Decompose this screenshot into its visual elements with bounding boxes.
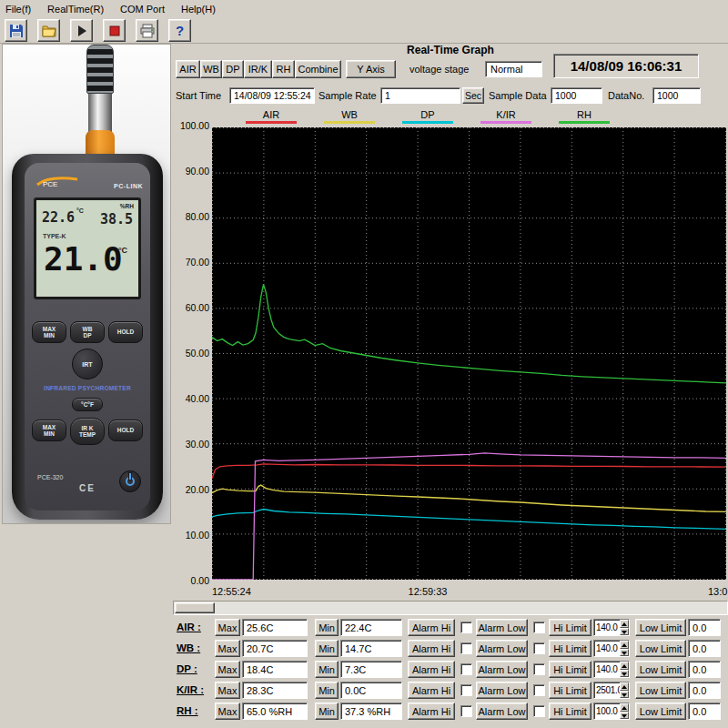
pce-logo: PCE: [35, 174, 79, 188]
legend-item-air: AIR: [246, 109, 297, 124]
spinner-down-icon[interactable]: [620, 691, 629, 699]
voltage-stage-field[interactable]: Normal: [485, 61, 542, 77]
start-button[interactable]: [70, 19, 93, 42]
spinner-up-icon[interactable]: [620, 662, 629, 670]
device-lcd: 22.6 °C %RH 38.5 TYPE-K 21.0 °C: [34, 197, 141, 299]
channel-label: RH :: [177, 705, 198, 716]
channel-button-rh[interactable]: RH: [272, 60, 295, 78]
min-value-field[interactable]: 14.7C: [340, 640, 402, 657]
sample-rate-unit-button[interactable]: Sec: [462, 87, 484, 104]
sample-data-field[interactable]: 1000: [551, 87, 602, 104]
hi-limit-value: 100.0: [596, 706, 618, 716]
legend-color-bar: [480, 121, 531, 124]
alarm-low-checkbox[interactable]: [533, 622, 545, 633]
max-value-field[interactable]: 25.6C: [242, 619, 308, 636]
max-label: Max: [215, 661, 240, 678]
spinner-up-icon[interactable]: [620, 682, 629, 691]
device-model-label: PCE-320: [37, 474, 63, 480]
menu-realtime[interactable]: RealTime(R): [47, 4, 104, 15]
alarm-low-checkbox[interactable]: [533, 642, 545, 654]
spinner-arrows[interactable]: [620, 662, 629, 677]
spinner-up-icon[interactable]: [620, 703, 629, 712]
spinner-down-icon[interactable]: [620, 649, 629, 657]
horizontal-scrollbar[interactable]: [173, 601, 728, 615]
alarm-hi-checkbox[interactable]: [460, 622, 472, 633]
sample-rate-field[interactable]: 1: [380, 87, 460, 104]
print-button[interactable]: [136, 19, 158, 42]
channel-label: AIR :: [177, 622, 201, 632]
channel-button-irk[interactable]: IR/K: [244, 60, 272, 78]
alarm-hi-label: Alarm Hi: [408, 661, 455, 678]
lcd-humidity-value: 38.5: [100, 211, 133, 228]
chart-legend: AIR WB DP K/IR RH: [246, 109, 610, 124]
max-label: Max: [215, 682, 240, 699]
menu-help[interactable]: Help(H): [181, 4, 216, 15]
legend-color-bar: [559, 121, 610, 124]
alarm-hi-checkbox[interactable]: [460, 642, 472, 654]
hi-limit-label: Hi Limit: [549, 703, 592, 720]
spinner-up-icon[interactable]: [620, 620, 629, 628]
data-no-field[interactable]: 1000: [652, 87, 701, 104]
y-axis-button[interactable]: Y Axis: [346, 60, 396, 78]
menu-file[interactable]: File(f): [5, 4, 31, 15]
hi-limit-spinner[interactable]: 100.0: [593, 703, 630, 720]
play-icon: [75, 24, 89, 38]
spinner-arrows[interactable]: [620, 682, 629, 698]
alarm-hi-checkbox[interactable]: [460, 663, 472, 675]
menu-com-port[interactable]: COM Port: [120, 4, 165, 15]
min-value-field[interactable]: 22.4C: [340, 619, 402, 636]
channel-button-combine[interactable]: Combine: [295, 60, 341, 78]
min-value-field[interactable]: 0.0C: [340, 682, 402, 699]
alarm-low-checkbox[interactable]: [533, 684, 545, 696]
hi-limit-spinner[interactable]: 140.0: [593, 619, 630, 636]
alarm-low-checkbox[interactable]: [533, 705, 545, 717]
spinner-down-icon[interactable]: [620, 712, 629, 720]
hi-limit-spinner[interactable]: 2501.0: [593, 682, 630, 699]
scrollbar-thumb[interactable]: [175, 602, 215, 613]
max-label: Max: [215, 703, 240, 720]
spinner-arrows[interactable]: [620, 703, 629, 719]
min-value-field[interactable]: 37.3 %RH: [340, 703, 402, 720]
save-button[interactable]: [5, 19, 27, 42]
spinner-down-icon[interactable]: [620, 670, 629, 678]
low-limit-field[interactable]: 0.0: [688, 703, 721, 720]
spinner-up-icon[interactable]: [620, 641, 629, 649]
hi-limit-spinner[interactable]: 140.0: [593, 661, 630, 678]
help-button[interactable]: ?: [168, 19, 191, 42]
hi-limit-spinner[interactable]: 140.0: [593, 640, 630, 657]
open-button[interactable]: [37, 19, 60, 42]
min-value-field[interactable]: 7.3C: [340, 661, 402, 678]
low-limit-field[interactable]: 0.0: [688, 640, 721, 657]
max-value-field[interactable]: 65.0 %RH: [242, 703, 308, 720]
legend-item-kir: K/IR: [480, 109, 531, 124]
channel-label: WB :: [177, 642, 200, 653]
probe-sensor-cage: [86, 45, 114, 94]
probe-shaft: [88, 94, 112, 132]
spinner-arrows[interactable]: [620, 620, 629, 635]
low-limit-label: Low Limit: [635, 619, 686, 636]
chart-canvas: [212, 127, 726, 580]
channel-button-wb[interactable]: WB: [200, 60, 222, 78]
low-limit-label: Low Limit: [635, 703, 686, 720]
channel-button-dp[interactable]: DP: [222, 60, 244, 78]
spinner-arrows[interactable]: [620, 641, 629, 656]
device-front-panel: PCE PC-LINK 22.6 °C %RH 38.5 TYPE-K 21.0…: [25, 163, 150, 511]
low-limit-field[interactable]: 0.0: [688, 619, 721, 636]
device-photo: PCE PC-LINK 22.6 °C %RH 38.5 TYPE-K 21.0…: [2, 44, 171, 524]
max-value-field[interactable]: 28.3C: [242, 682, 308, 699]
stop-button[interactable]: [103, 19, 126, 42]
low-limit-field[interactable]: 0.0: [688, 682, 721, 699]
alarm-hi-checkbox[interactable]: [460, 705, 472, 717]
max-value-field[interactable]: 20.7C: [242, 640, 308, 657]
alarm-low-checkbox[interactable]: [533, 663, 545, 675]
spinner-down-icon[interactable]: [620, 628, 629, 636]
device-irt-button: IRT: [72, 349, 103, 379]
max-label: Max: [215, 640, 240, 657]
start-time-field[interactable]: 14/08/09 12:55:24: [229, 87, 315, 104]
alarm-hi-checkbox[interactable]: [460, 684, 472, 696]
device-button-label: MAX: [43, 326, 56, 332]
max-value-field[interactable]: 18.4C: [242, 661, 308, 678]
alarm-hi-label: Alarm Hi: [408, 682, 455, 699]
low-limit-field[interactable]: 0.0: [688, 661, 721, 678]
channel-button-air[interactable]: AIR: [176, 60, 200, 78]
